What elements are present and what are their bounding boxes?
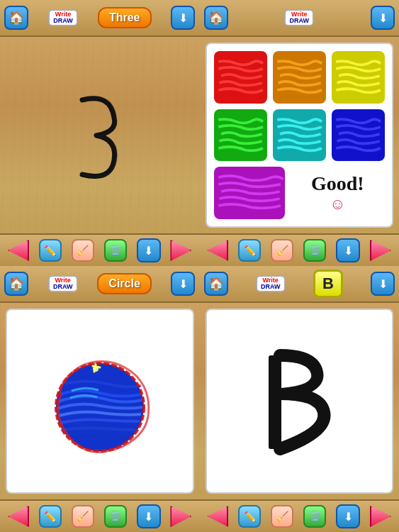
swatch-blue[interactable]	[332, 109, 385, 162]
logo-draw-tl: DRAW	[53, 18, 73, 24]
logo-draw-br: DRAW	[261, 284, 281, 290]
logo-bl: Write DRAW	[48, 275, 78, 292]
next-button-br[interactable]	[370, 506, 391, 527]
white-card-tr: Good! ☺	[206, 43, 394, 228]
eraser-button-bl[interactable]: 🧹	[72, 505, 94, 528]
smiley-face: ☺	[330, 195, 345, 214]
bottom-bar-bottom-left: ✏️ 🧹 🗑️ ⬇	[0, 499, 200, 532]
logo-draw-tr: DRAW	[290, 18, 310, 24]
top-bar-bottom-right: 🏠 Write DRAW B ⬇	[200, 266, 400, 303]
download-button-tr[interactable]: ⬇	[371, 6, 395, 30]
eraser-button-tl[interactable]: 🧹	[72, 239, 94, 262]
bottom-bar-top-left: ✏️ 🧹 🗑️ ⬇	[0, 233, 200, 266]
swatch-red[interactable]	[214, 51, 267, 104]
swatch-purple[interactable]	[214, 167, 285, 219]
swatch-yellow[interactable]	[332, 51, 385, 104]
download-button-br[interactable]: ⬇	[371, 272, 395, 296]
pencil-button-br[interactable]: ✏️	[238, 505, 261, 528]
cell-bottom-left: 🏠 Write DRAW Circle ⬇	[0, 266, 200, 532]
canvas-top-right: Good! ☺	[200, 37, 400, 233]
title-badge-bl: Circle	[97, 273, 151, 294]
next-button-tr[interactable]	[370, 240, 391, 261]
trash-button-tr[interactable]: 🗑️	[303, 239, 326, 262]
home-button-br[interactable]: 🏠	[204, 272, 228, 296]
cell-top-left: 🏠 Write DRAW Three ⬇ ✏️ 🧹 🗑️ ⬇	[0, 0, 200, 266]
home-button-bl[interactable]: 🏠	[4, 272, 28, 296]
logo-draw-bl: DRAW	[53, 284, 73, 290]
swatch-cyan[interactable]	[273, 109, 326, 162]
logo-tr: Write DRAW	[284, 9, 314, 26]
pencil-button-tr[interactable]: ✏️	[238, 239, 261, 262]
white-card-bl	[6, 309, 194, 494]
svg-rect-3	[269, 355, 281, 449]
cell-bottom-right: 🏠 Write DRAW B ⬇	[200, 266, 400, 532]
trash-button-bl[interactable]: 🗑️	[104, 505, 127, 528]
download-button-bl[interactable]: ⬇	[171, 272, 195, 296]
download-btn-bottom-tl[interactable]: ⬇	[137, 238, 161, 262]
eraser-button-br[interactable]: 🧹	[271, 505, 293, 528]
next-button-bl[interactable]	[170, 506, 191, 527]
canvas-bottom-left	[0, 303, 200, 499]
download-btn-bottom-bl[interactable]: ⬇	[137, 504, 161, 528]
cell-top-right: 🏠 Write DRAW ⬇	[200, 0, 400, 266]
prev-button-tr[interactable]	[207, 240, 228, 261]
logo-tl: Write DRAW	[48, 9, 78, 26]
download-button-tl[interactable]: ⬇	[171, 6, 195, 30]
canvas-top-left	[0, 37, 200, 233]
top-bar-bottom-left: 🏠 Write DRAW Circle ⬇	[0, 266, 200, 303]
good-area: Good! ☺	[291, 167, 385, 219]
swatch-orange[interactable]	[273, 51, 326, 104]
letter-b-drawing	[253, 343, 345, 460]
top-bar-top-left: 🏠 Write DRAW Three ⬇	[0, 0, 200, 37]
bottom-bar-bottom-right: ✏️ 🧹 🗑️ ⬇	[200, 499, 400, 532]
logo-br: Write DRAW	[256, 275, 286, 292]
white-card-br	[206, 309, 394, 494]
pencil-button-tl[interactable]: ✏️	[39, 239, 62, 262]
number-three-drawing	[57, 79, 142, 192]
download-btn-bottom-tr[interactable]: ⬇	[336, 238, 360, 262]
trash-button-br[interactable]: 🗑️	[303, 505, 326, 528]
download-btn-bottom-br[interactable]: ⬇	[336, 504, 360, 528]
top-bar-top-right: 🏠 Write DRAW ⬇	[200, 0, 400, 37]
bottom-bar-top-right: ✏️ 🧹 🗑️ ⬇	[200, 233, 400, 266]
app-grid: 🏠 Write DRAW Three ⬇ ✏️ 🧹 🗑️ ⬇	[0, 0, 399, 532]
next-button-tl[interactable]	[170, 240, 191, 261]
good-text: Good!	[311, 172, 364, 195]
circle-drawing	[43, 345, 157, 458]
prev-button-br[interactable]	[207, 506, 228, 527]
canvas-bottom-right	[200, 303, 400, 499]
home-button-tl[interactable]: 🏠	[4, 6, 28, 30]
title-badge-tl: Three	[98, 7, 152, 28]
home-button-tr[interactable]: 🏠	[204, 6, 228, 30]
letter-badge-br: B	[313, 270, 343, 298]
prev-button-tl[interactable]	[8, 240, 29, 261]
eraser-button-tr[interactable]: 🧹	[271, 239, 293, 262]
svg-point-2	[93, 366, 99, 372]
swatch-green[interactable]	[214, 109, 267, 162]
trash-button-tl[interactable]: 🗑️	[104, 239, 127, 262]
pencil-button-bl[interactable]: ✏️	[39, 505, 62, 528]
prev-button-bl[interactable]	[8, 506, 29, 527]
